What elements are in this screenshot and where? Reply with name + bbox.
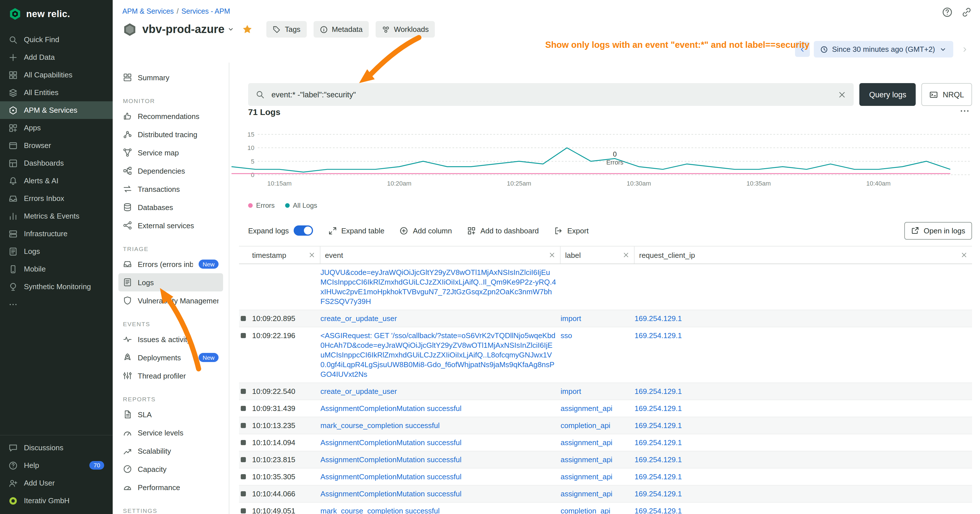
log-event-link[interactable]: mark_course_completion successful: [320, 507, 440, 514]
subnav-item-external-services[interactable]: External services: [118, 216, 223, 234]
log-event-link[interactable]: mark_course_completion successful: [320, 421, 440, 430]
log-label-link[interactable]: assignment_api: [560, 438, 612, 447]
add-to-dashboard-button[interactable]: Add to dashboard: [467, 226, 539, 235]
row-marker-icon[interactable]: [241, 491, 246, 496]
row-marker-icon[interactable]: [241, 457, 246, 462]
table-row[interactable]: 10:09:22.196<ASGIRequest: GET '/sso/call…: [239, 327, 972, 383]
log-event-link[interactable]: AssignmentCompletionMutation successful: [320, 490, 461, 498]
sidebar-item-all-capabilities[interactable]: All Capabilities: [0, 66, 113, 84]
log-event-link[interactable]: <ASGIRequest: GET '/sso/callback/?state=…: [320, 331, 555, 379]
sidebar-item-apm-services[interactable]: APM & Services: [0, 101, 113, 119]
sidebar-item-metrics-events[interactable]: Metrics & Events: [0, 207, 113, 225]
export-button[interactable]: Export: [554, 226, 589, 235]
table-row[interactable]: 10:09:31.439AssignmentCompletionMutation…: [239, 400, 972, 417]
add-column-button[interactable]: Add column: [400, 226, 452, 235]
log-event-link[interactable]: AssignmentCompletionMutation successful: [320, 455, 461, 464]
sidebar-item-synthetic-monitoring[interactable]: Synthetic Monitoring: [0, 278, 113, 295]
table-row[interactable]: 10:10:23.815AssignmentCompletionMutation…: [239, 451, 972, 468]
logs-query-bar[interactable]: [248, 83, 854, 106]
table-row[interactable]: 10:10:35.305AssignmentCompletionMutation…: [239, 468, 972, 485]
log-request-ip-link[interactable]: 169.254.129.1: [635, 387, 682, 396]
panel-more-menu-icon[interactable]: [959, 106, 970, 116]
sidebar-item-apps[interactable]: Apps: [0, 119, 113, 137]
log-request-ip-link[interactable]: 169.254.129.1: [635, 455, 682, 464]
log-event-link[interactable]: AssignmentCompletionMutation successful: [320, 473, 461, 481]
sidebar-item-dashboards[interactable]: Dashboards: [0, 154, 113, 172]
table-row[interactable]: 10:10:13.235mark_course_completion succe…: [239, 417, 972, 434]
sidebar-item-errors-inbox[interactable]: Errors Inbox: [0, 189, 113, 207]
subnav-item-transactions[interactable]: Transactions: [118, 180, 223, 198]
log-label-link[interactable]: sso: [560, 331, 572, 340]
timestamp-column-header[interactable]: timestamp: [252, 247, 320, 264]
subnav-item-summary[interactable]: Summary: [118, 68, 223, 86]
event-column-header[interactable]: event: [320, 247, 560, 264]
log-request-ip-link[interactable]: 169.254.129.1: [635, 404, 682, 413]
row-marker-icon[interactable]: [241, 389, 246, 394]
sidebar-item-infrastructure[interactable]: Infrastructure: [0, 225, 113, 242]
subnav-item-errors-errors-inb[interactable]: Errors (errors inb...New: [118, 255, 223, 273]
log-label-link[interactable]: completion_api: [560, 507, 610, 514]
subnav-item-dependencies[interactable]: Dependencies: [118, 162, 223, 180]
log-request-ip-link[interactable]: 169.254.129.1: [635, 507, 682, 514]
workloads-button[interactable]: Workloads: [375, 21, 435, 38]
subnav-item-distributed-tracing[interactable]: Distributed tracing: [118, 125, 223, 143]
subnav-item-issues-activity[interactable]: Issues & activity: [118, 330, 223, 349]
subnav-item-thread-profiler[interactable]: Thread profiler: [118, 367, 223, 385]
label-column-header[interactable]: label: [560, 247, 635, 264]
favorite-star-icon[interactable]: [242, 24, 253, 35]
row-marker-icon[interactable]: [241, 316, 246, 321]
remove-request-client-ip-column-icon[interactable]: [961, 251, 967, 258]
log-label-link[interactable]: assignment_api: [560, 404, 612, 413]
remove-label-column-icon[interactable]: [623, 251, 630, 258]
sidebar-item-add-data[interactable]: Add Data: [0, 48, 113, 66]
log-request-ip-link[interactable]: 169.254.129.1: [635, 438, 682, 447]
remove-timestamp-column-icon[interactable]: [309, 251, 315, 258]
sidebar-item-add-user[interactable]: Add User: [0, 474, 113, 492]
log-request-ip-link[interactable]: 169.254.129.1: [635, 314, 682, 323]
log-label-link[interactable]: import: [560, 387, 581, 396]
log-event-link[interactable]: create_or_update_user: [320, 314, 397, 323]
table-row[interactable]: 10:10:14.094AssignmentCompletionMutation…: [239, 434, 972, 451]
log-event-link[interactable]: AssignmentCompletionMutation successful: [320, 404, 461, 413]
table-row[interactable]: 10:09:22.540create_or_update_userimport1…: [239, 383, 972, 400]
metadata-button[interactable]: Metadata: [313, 21, 369, 38]
breadcrumb-services-apm[interactable]: Services - APM: [181, 7, 230, 15]
sidebar-item-iterativ-gmbh[interactable]: Iterativ GmbH: [0, 492, 113, 509]
table-row[interactable]: 10:10:44.066AssignmentCompletionMutation…: [239, 485, 972, 503]
sidebar-item-browser[interactable]: Browser: [0, 137, 113, 154]
subnav-item-recommendations[interactable]: Recommendations: [118, 107, 223, 125]
table-row[interactable]: 10:09:20.895create_or_update_userimport1…: [239, 310, 972, 327]
log-request-ip-link[interactable]: 169.254.129.1: [635, 473, 682, 481]
table-row[interactable]: JUQVU&code=eyJraWQiOiJjcGltY29yZV8wOTl1M…: [239, 264, 972, 310]
expand-table-button[interactable]: Expand table: [328, 226, 385, 235]
row-marker-icon[interactable]: [241, 474, 246, 479]
log-label-link[interactable]: completion_api: [560, 421, 610, 430]
remove-event-column-icon[interactable]: [549, 251, 555, 258]
subnav-item-sla[interactable]: SLA: [118, 405, 223, 423]
logs-query-input[interactable]: [270, 90, 832, 99]
log-label-link[interactable]: import: [560, 314, 581, 323]
log-label-link[interactable]: assignment_api: [560, 490, 612, 498]
time-range-selector[interactable]: Since 30 minutes ago (GMT+2): [814, 41, 953, 57]
subnav-item-capacity[interactable]: Capacity: [118, 460, 223, 478]
log-label-link[interactable]: assignment_api: [560, 455, 612, 464]
row-marker-icon[interactable]: [241, 508, 246, 514]
sidebar-item-discussions[interactable]: Discussions: [0, 439, 113, 457]
breadcrumb-apm-services[interactable]: APM & Services: [123, 7, 174, 15]
row-marker-icon[interactable]: [241, 423, 246, 428]
table-row[interactable]: 10:10:49.051mark_course_completion succe…: [239, 503, 972, 514]
sidebar-item-all-entities[interactable]: All Entities: [0, 84, 113, 101]
sidebar-item-alerts-ai[interactable]: Alerts & AI: [0, 172, 113, 189]
tags-button[interactable]: Tags: [267, 21, 307, 38]
entity-switcher-chevron-icon[interactable]: [228, 25, 235, 33]
sidebar-item-help[interactable]: Help70: [0, 457, 113, 474]
permalink-icon[interactable]: [961, 7, 972, 18]
legend-item-errors[interactable]: Errors: [248, 202, 275, 210]
log-request-ip-link[interactable]: 169.254.129.1: [635, 421, 682, 430]
subnav-item-databases[interactable]: Databases: [118, 198, 223, 216]
log-request-ip-link[interactable]: 169.254.129.1: [635, 490, 682, 498]
request-client-ip-column-header[interactable]: request_client_ip: [635, 247, 972, 264]
log-request-ip-link[interactable]: 169.254.129.1: [635, 331, 682, 340]
subnav-item-deployments[interactable]: DeploymentsNew: [118, 349, 223, 367]
subnav-item-performance[interactable]: Performance: [118, 478, 223, 496]
